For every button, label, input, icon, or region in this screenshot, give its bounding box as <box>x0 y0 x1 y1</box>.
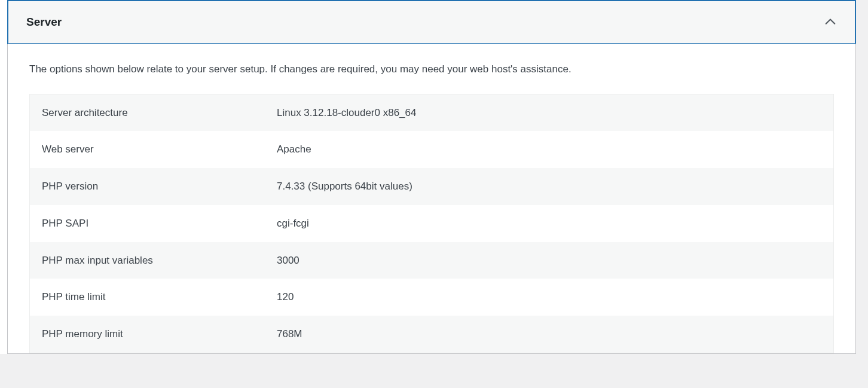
row-label: Server architecture <box>30 94 265 132</box>
row-label: Web server <box>30 131 265 168</box>
table-row: PHP memory limit768M <box>30 316 833 353</box>
row-value: 120 <box>265 279 833 316</box>
row-label: PHP memory limit <box>30 316 265 353</box>
row-label: PHP version <box>30 168 265 205</box>
row-value: 7.4.33 (Supports 64bit values) <box>265 168 833 205</box>
row-value: Linux 3.12.18-clouder0 x86_64 <box>265 94 833 132</box>
row-value: cgi-fcgi <box>265 205 833 242</box>
chevron-up-icon <box>824 16 837 29</box>
server-info-tbody: Server architectureLinux 3.12.18-clouder… <box>30 94 834 353</box>
row-label: PHP max input variables <box>30 242 265 279</box>
server-panel-body: The options shown below relate to your s… <box>8 44 855 353</box>
row-value: 3000 <box>265 242 833 279</box>
table-row: Server architectureLinux 3.12.18-clouder… <box>30 94 833 132</box>
table-row: PHP version7.4.33 (Supports 64bit values… <box>30 168 833 205</box>
row-label: PHP time limit <box>30 279 265 316</box>
row-value: 768M <box>265 316 833 353</box>
page-wrapper: Server The options shown below relate to… <box>0 0 856 354</box>
server-panel-header[interactable]: Server <box>7 0 856 44</box>
row-label: PHP SAPI <box>30 205 265 242</box>
table-row: PHP max input variables3000 <box>30 242 833 279</box>
table-row: PHP time limit120 <box>30 279 833 316</box>
server-panel: Server The options shown below relate to… <box>7 0 856 354</box>
panel-title: Server <box>26 16 62 29</box>
row-value: Apache <box>265 131 833 168</box>
panel-description: The options shown below relate to your s… <box>29 62 834 77</box>
server-info-table: Server architectureLinux 3.12.18-clouder… <box>29 94 834 354</box>
table-row: PHP SAPIcgi-fcgi <box>30 205 833 242</box>
table-row: Web serverApache <box>30 131 833 168</box>
